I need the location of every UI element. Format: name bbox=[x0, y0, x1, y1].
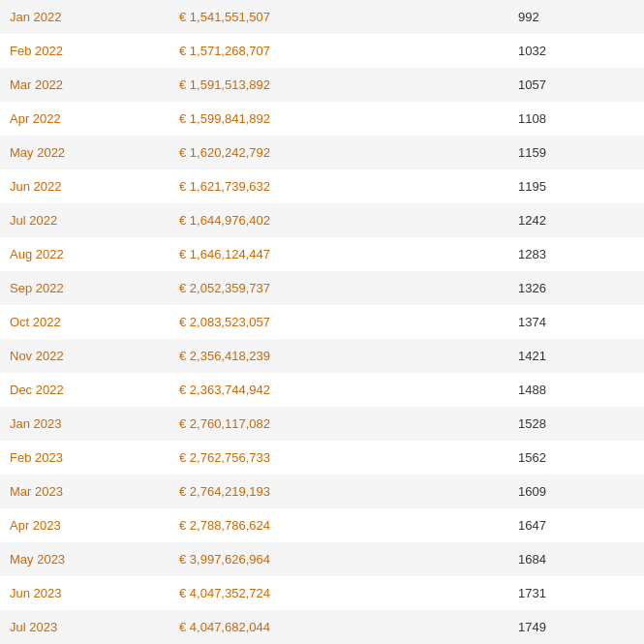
count-cell: 1108 bbox=[508, 102, 644, 136]
month-cell: Jan 2022 bbox=[0, 0, 169, 34]
month-cell: Jul 2022 bbox=[0, 203, 169, 237]
table-row: Oct 2022€ 2,083,523,0571374 bbox=[0, 305, 644, 339]
month-cell: Apr 2022 bbox=[0, 102, 169, 136]
table-row: Sep 2022€ 2,052,359,7371326 bbox=[0, 271, 644, 305]
count-cell: 1562 bbox=[508, 441, 644, 475]
value-cell: € 2,363,744,942 bbox=[169, 373, 508, 407]
month-cell: Sep 2022 bbox=[0, 271, 169, 305]
count-cell: 1528 bbox=[508, 407, 644, 441]
table-row: May 2023€ 3,997,626,9641684 bbox=[0, 542, 644, 576]
value-cell: € 4,047,682,044 bbox=[169, 610, 508, 644]
table-row: Aug 2022€ 1,646,124,4471283 bbox=[0, 237, 644, 271]
count-cell: 1283 bbox=[508, 237, 644, 271]
count-cell: 1057 bbox=[508, 68, 644, 102]
value-cell: € 4,047,352,724 bbox=[169, 576, 508, 610]
table-row: Jun 2023€ 4,047,352,7241731 bbox=[0, 576, 644, 610]
value-cell: € 1,599,841,892 bbox=[169, 102, 508, 136]
value-cell: € 2,788,786,624 bbox=[169, 508, 508, 542]
value-cell: € 1,541,551,507 bbox=[169, 0, 508, 34]
month-cell: Mar 2022 bbox=[0, 68, 169, 102]
value-cell: € 2,052,359,737 bbox=[169, 271, 508, 305]
month-cell: Mar 2023 bbox=[0, 475, 169, 508]
value-cell: € 3,997,626,964 bbox=[169, 542, 508, 576]
count-cell: 1609 bbox=[508, 475, 644, 508]
table-row: Feb 2023€ 2,762,756,7331562 bbox=[0, 441, 644, 475]
table-row: Jul 2023€ 4,047,682,0441749 bbox=[0, 610, 644, 644]
count-cell: 1421 bbox=[508, 339, 644, 373]
table-row: Jul 2022€ 1,644,976,4021242 bbox=[0, 203, 644, 237]
value-cell: € 2,083,523,057 bbox=[169, 305, 508, 339]
value-cell: € 1,571,268,707 bbox=[169, 34, 508, 68]
value-cell: € 1,646,124,447 bbox=[169, 237, 508, 271]
value-cell: € 1,644,976,402 bbox=[169, 203, 508, 237]
count-cell: 1684 bbox=[508, 542, 644, 576]
month-cell: Oct 2022 bbox=[0, 305, 169, 339]
table-row: Apr 2023€ 2,788,786,6241647 bbox=[0, 508, 644, 542]
table-row: Apr 2022€ 1,599,841,8921108 bbox=[0, 102, 644, 136]
table-row: Jun 2022€ 1,621,739,6321195 bbox=[0, 169, 644, 203]
month-cell: May 2023 bbox=[0, 542, 169, 576]
table-row: Feb 2022€ 1,571,268,7071032 bbox=[0, 34, 644, 68]
month-cell: Jul 2023 bbox=[0, 610, 169, 644]
count-cell: 1749 bbox=[508, 610, 644, 644]
value-cell: € 1,621,739,632 bbox=[169, 169, 508, 203]
month-cell: Dec 2022 bbox=[0, 373, 169, 407]
value-cell: € 2,762,756,733 bbox=[169, 441, 508, 475]
month-cell: Jun 2022 bbox=[0, 169, 169, 203]
count-cell: 1242 bbox=[508, 203, 644, 237]
table-row: Jan 2022€ 1,541,551,507992 bbox=[0, 0, 644, 34]
month-cell: Feb 2023 bbox=[0, 441, 169, 475]
month-cell: Aug 2022 bbox=[0, 237, 169, 271]
count-cell: 1647 bbox=[508, 508, 644, 542]
value-cell: € 1,591,513,892 bbox=[169, 68, 508, 102]
count-cell: 1032 bbox=[508, 34, 644, 68]
month-cell: Feb 2022 bbox=[0, 34, 169, 68]
count-cell: 992 bbox=[508, 0, 644, 34]
value-cell: € 2,764,219,193 bbox=[169, 475, 508, 508]
value-cell: € 2,356,418,239 bbox=[169, 339, 508, 373]
count-cell: 1488 bbox=[508, 373, 644, 407]
table-row: May 2022€ 1,620,242,7921159 bbox=[0, 136, 644, 169]
table-row: Jan 2023€ 2,760,117,0821528 bbox=[0, 407, 644, 441]
month-cell: Jun 2023 bbox=[0, 576, 169, 610]
month-cell: Apr 2023 bbox=[0, 508, 169, 542]
count-cell: 1159 bbox=[508, 136, 644, 169]
table-row: Nov 2022€ 2,356,418,2391421 bbox=[0, 339, 644, 373]
table-row: Mar 2022€ 1,591,513,8921057 bbox=[0, 68, 644, 102]
count-cell: 1326 bbox=[508, 271, 644, 305]
count-cell: 1731 bbox=[508, 576, 644, 610]
value-cell: € 1,620,242,792 bbox=[169, 136, 508, 169]
value-cell: € 2,760,117,082 bbox=[169, 407, 508, 441]
count-cell: 1374 bbox=[508, 305, 644, 339]
table-row: Mar 2023€ 2,764,219,1931609 bbox=[0, 475, 644, 508]
table-row: Dec 2022€ 2,363,744,9421488 bbox=[0, 373, 644, 407]
month-cell: Jan 2023 bbox=[0, 407, 169, 441]
month-cell: Nov 2022 bbox=[0, 339, 169, 373]
data-table: Jan 2022€ 1,541,551,507992Feb 2022€ 1,57… bbox=[0, 0, 644, 644]
count-cell: 1195 bbox=[508, 169, 644, 203]
month-cell: May 2022 bbox=[0, 136, 169, 169]
